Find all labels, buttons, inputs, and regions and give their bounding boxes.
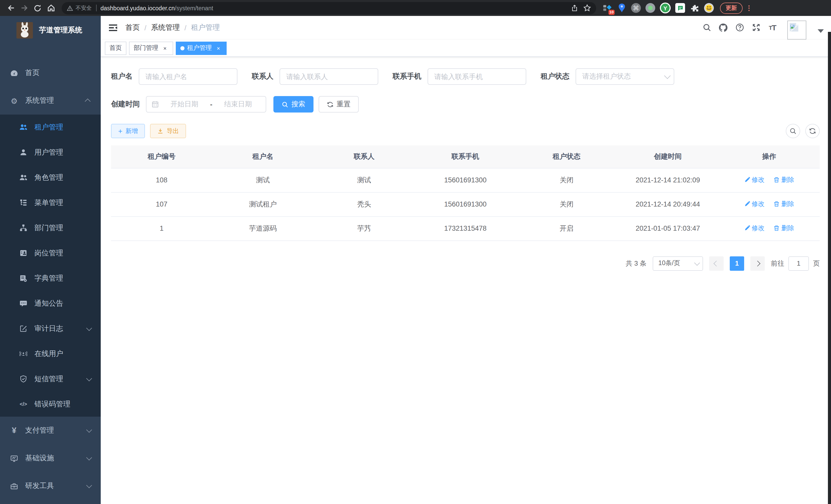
- sidebar-item-home[interactable]: 首页: [0, 59, 101, 87]
- screen: 不安全 dashboard.yudao.iocoder.cn/system/te…: [0, 0, 831, 504]
- sidebar-item-dept[interactable]: 部门管理: [0, 215, 101, 240]
- tab-tenant[interactable]: 租户管理 ×: [176, 41, 227, 55]
- date-range-picker[interactable]: 开始日期 - 结束日期: [146, 96, 266, 113]
- goto-page-input[interactable]: [789, 256, 809, 270]
- table-row: 107 测试租户 秃头 15601691300 关闭 2021-12-14 20…: [111, 192, 820, 216]
- edit-button[interactable]: 修改: [744, 224, 765, 233]
- org-chart-icon: [20, 224, 27, 232]
- status-select[interactable]: 请选择租户状态: [576, 68, 674, 85]
- browser-back-button[interactable]: [4, 1, 18, 14]
- sidebar-item-online-users[interactable]: 在线用户: [0, 341, 101, 366]
- share-icon[interactable]: [571, 4, 578, 11]
- sidebar-item-error-code[interactable]: </> 错误码管理: [0, 391, 101, 417]
- avatar[interactable]: [787, 21, 806, 39]
- search-icon[interactable]: [702, 23, 711, 32]
- end-date-placeholder[interactable]: 结束日期: [216, 100, 261, 109]
- sidebar-item-dict[interactable]: 字典管理: [0, 266, 101, 291]
- delete-button[interactable]: 删除: [774, 176, 794, 184]
- tab-dept[interactable]: 部门管理 ×: [129, 41, 173, 55]
- sidebar-item-notice[interactable]: 通知公告: [0, 291, 101, 316]
- app-header: 首页 / 系统管理 / 租户管理 TT: [101, 16, 831, 39]
- extension-y-icon[interactable]: Y: [660, 3, 671, 13]
- col-status: 租户状态: [516, 145, 617, 168]
- edit-button[interactable]: 修改: [744, 176, 765, 184]
- sidebar-item-sms[interactable]: 短信管理: [0, 366, 101, 391]
- omnibox-divider: [96, 5, 96, 11]
- page-scrollbar[interactable]: [828, 32, 831, 504]
- table-tools: [786, 124, 820, 138]
- broadcast-icon: [20, 350, 27, 358]
- sidebar-item-tenant[interactable]: 租户管理: [0, 115, 101, 140]
- shield-check-icon: [20, 375, 27, 383]
- github-icon[interactable]: [718, 23, 728, 32]
- prev-page-button[interactable]: [709, 256, 724, 270]
- tenant-name-label: 租户名: [111, 72, 133, 81]
- current-page-button[interactable]: 1: [730, 256, 744, 270]
- chevron-down-icon: [86, 427, 92, 433]
- sidebar-item-pay[interactable]: ¥ 支付管理: [0, 417, 101, 444]
- refresh-icon: [809, 127, 816, 135]
- edit-button[interactable]: 修改: [744, 200, 765, 209]
- extension-emoji-icon[interactable]: [704, 3, 714, 13]
- extension-blocks-icon[interactable]: 10: [602, 3, 612, 13]
- extension-dot-icon[interactable]: [646, 3, 655, 13]
- url-text: dashboard.yudao.iocoder.cn/system/tenant: [101, 5, 213, 11]
- extension-chat-icon[interactable]: [675, 3, 685, 13]
- breadcrumb-system[interactable]: 系统管理: [151, 23, 180, 32]
- tenant-name-input[interactable]: [139, 68, 237, 85]
- close-icon[interactable]: ×: [161, 45, 169, 52]
- contact-input[interactable]: [280, 68, 378, 85]
- close-icon[interactable]: ×: [215, 45, 222, 52]
- delete-button[interactable]: 删除: [774, 224, 794, 233]
- chrome-update-button[interactable]: 更新: [720, 2, 743, 13]
- avatar-caret-icon[interactable]: [818, 29, 824, 33]
- browser-forward-button[interactable]: [18, 1, 31, 14]
- extension-command-icon[interactable]: ⌘: [631, 3, 641, 13]
- chevron-down-icon: [694, 260, 700, 266]
- bookmark-star-icon[interactable]: [583, 4, 591, 12]
- status-text: 开启: [516, 216, 617, 240]
- fullscreen-icon[interactable]: [751, 23, 761, 32]
- address-bar[interactable]: 不安全 dashboard.yudao.iocoder.cn/system/te…: [62, 2, 596, 14]
- sidebar-item-menu[interactable]: 菜单管理: [0, 190, 101, 215]
- search-button[interactable]: 搜索: [274, 96, 314, 113]
- export-button[interactable]: 导出: [150, 124, 186, 138]
- extension-puzzle-icon[interactable]: [690, 3, 699, 13]
- extension-pin-icon[interactable]: [617, 3, 627, 13]
- sidebar-toggle-icon[interactable]: [108, 22, 118, 33]
- site-security-indicator[interactable]: 不安全: [67, 4, 92, 11]
- start-date-placeholder[interactable]: 开始日期: [162, 100, 207, 109]
- sidebar-menu: 首页 ⚙ 系统管理 租户管理 用户管理: [0, 59, 101, 500]
- broken-image-icon: [789, 22, 799, 32]
- total-count: 共 3 条: [626, 259, 647, 268]
- sidebar-item-infra[interactable]: 基础设施: [0, 444, 101, 472]
- app-logo[interactable]: 芋道管理系统: [0, 16, 101, 45]
- search-icon: [790, 127, 797, 135]
- browser-reload-button[interactable]: [31, 1, 44, 14]
- browser-home-button[interactable]: [44, 1, 58, 14]
- sidebar-item-user[interactable]: 用户管理: [0, 140, 101, 165]
- font-size-icon[interactable]: TT: [768, 23, 777, 32]
- show-search-toggle-button[interactable]: [786, 124, 800, 138]
- mobile-input[interactable]: [428, 68, 526, 85]
- header-actions: TT: [702, 16, 824, 39]
- page-size-select[interactable]: 10条/页: [653, 256, 703, 270]
- tab-home[interactable]: 首页: [105, 41, 126, 55]
- reset-button[interactable]: 重置: [319, 96, 359, 113]
- help-icon[interactable]: [735, 23, 744, 32]
- refresh-table-button[interactable]: [805, 124, 820, 138]
- browser-menu-icon[interactable]: ⋮: [746, 5, 752, 10]
- add-button[interactable]: + 新增: [111, 124, 145, 138]
- download-icon: [157, 128, 164, 134]
- sidebar-item-dev-tools[interactable]: 研发工具: [0, 472, 101, 500]
- search-icon: [282, 101, 288, 108]
- sidebar-item-audit-log[interactable]: 审计日志: [0, 316, 101, 341]
- sidebar-item-system[interactable]: ⚙ 系统管理: [0, 87, 101, 115]
- warning-icon: [67, 5, 73, 11]
- next-page-button[interactable]: [750, 256, 765, 270]
- delete-button[interactable]: 删除: [774, 200, 794, 209]
- table-header-row: 租户编号 租户名 联系人 联系手机 租户状态 创建时间 操作: [111, 145, 820, 168]
- sidebar-item-role[interactable]: 角色管理: [0, 165, 101, 190]
- breadcrumb-home[interactable]: 首页: [125, 23, 140, 32]
- sidebar-item-post[interactable]: 岗位管理: [0, 240, 101, 266]
